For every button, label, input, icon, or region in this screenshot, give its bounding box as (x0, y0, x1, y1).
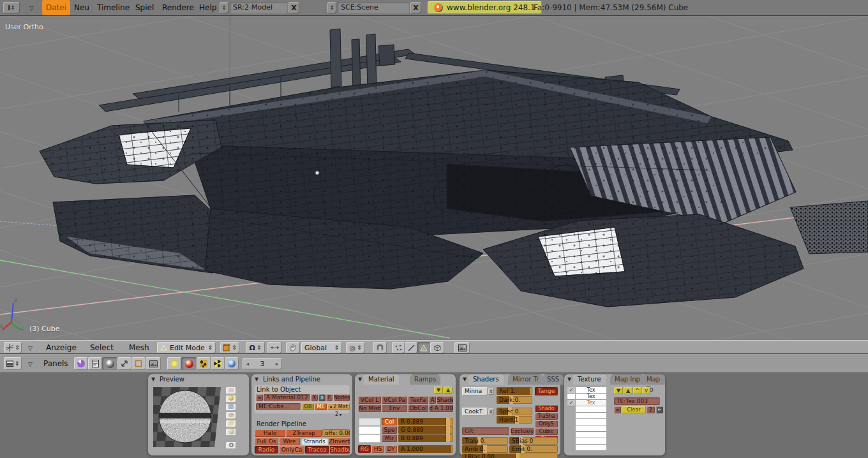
collapse-panel-icon[interactable]: ▼ (463, 376, 467, 382)
cursor-dot[interactable] (315, 171, 319, 175)
render-opengl-button[interactable] (454, 342, 470, 353)
texture-slot[interactable] (576, 406, 606, 413)
manipulator-rotate-button[interactable]: Ω⇕ (246, 342, 265, 353)
editing-context-button[interactable] (131, 357, 146, 370)
preview-hair-button[interactable] (226, 420, 236, 427)
tab-map-to[interactable]: Map To (642, 374, 665, 385)
group-field[interactable]: GR: (462, 427, 509, 435)
nodes-button[interactable]: Nodes (334, 394, 350, 401)
material-subcontext-button[interactable] (181, 357, 197, 370)
darkness-slider[interactable]: Dark:0. (497, 396, 532, 404)
onlycast-toggle[interactable]: OnlyCa (279, 446, 304, 454)
vertex-select-button[interactable] (392, 342, 405, 353)
vcol-light-toggle[interactable]: VCol L (358, 396, 381, 404)
model-wireframe[interactable] (40, 29, 868, 307)
right-arrow-icon[interactable]: ▸ (276, 361, 278, 367)
scene-name-field[interactable]: SCE:Scene (338, 2, 409, 13)
ztransp-toggle[interactable]: ZTransp (286, 429, 322, 437)
shadbuf-toggle[interactable]: Shadbu (330, 446, 350, 454)
manipulator-translate-button[interactable] (267, 342, 281, 353)
ambient-slider[interactable]: Amb 0. (462, 445, 508, 453)
texture-browse-button[interactable]: ≡ (614, 406, 621, 413)
menu-mesh[interactable]: Mesh (125, 341, 153, 355)
tab-texture[interactable]: Texture (573, 374, 606, 385)
fake-user-button[interactable]: F (326, 394, 333, 401)
emit-slider[interactable]: Emit 0. (509, 445, 558, 453)
scene-browse-button[interactable]: ⇕ (327, 2, 336, 13)
ref-slider[interactable]: Ref 1. (497, 387, 532, 395)
strands-button[interactable]: Strands (301, 438, 328, 445)
texture-use-check[interactable]: ✓ (567, 400, 575, 406)
occlude-geometry-button[interactable] (430, 342, 444, 353)
shading-context-button[interactable] (102, 357, 117, 370)
tab-shaders[interactable]: Shaders (468, 374, 504, 385)
clear-button[interactable]: Clear (622, 406, 646, 413)
translucency-slider[interactable]: Tralu 0. (462, 437, 508, 445)
zinvert-toggle[interactable]: ZInvert (329, 438, 350, 445)
tab-mirror-transp[interactable]: Mirror Tr (508, 374, 543, 385)
screen-name-field[interactable]: SR:2-Model (230, 2, 287, 13)
editor-type-button[interactable]: i⇕ (3, 2, 20, 13)
collapse-panel-icon[interactable]: ▼ (567, 376, 571, 382)
zoffs-field[interactable]: offs: 0.00 (322, 429, 350, 437)
shadow-bias-slider[interactable]: SBias 0 (509, 437, 558, 445)
screen-close-button[interactable]: X (288, 2, 299, 13)
texture-slot[interactable] (576, 419, 606, 425)
diffuse-shader-dropdown[interactable]: Minna (462, 387, 488, 395)
transp-shadow-toggle[interactable]: TraSha (535, 413, 558, 420)
only-shadow-toggle[interactable]: OnlyS (535, 420, 558, 427)
copy-texture-button[interactable]: ▼ (614, 387, 623, 394)
preview-sphere-button[interactable] (226, 395, 236, 403)
scene-close-button[interactable]: X (410, 2, 421, 13)
lamp-subcontext-button[interactable] (167, 357, 181, 370)
diffuse-color-swatch[interactable] (359, 418, 380, 426)
tangent-toggle[interactable]: Tange (535, 387, 558, 395)
hard-slider[interactable]: Hard:1 (497, 416, 532, 424)
paste-texture-button[interactable]: ▲ (624, 387, 632, 394)
material-name-field[interactable]: A:Material.012 (264, 394, 310, 401)
a-toggle[interactable]: A (429, 396, 436, 404)
orientation-dropdown[interactable]: Global⇕ (301, 342, 342, 353)
copy-material-button[interactable]: ▼ (434, 387, 443, 394)
texture-slot[interactable]: Tex (576, 394, 606, 400)
hsv-button[interactable]: HS (371, 445, 384, 453)
panels-menu[interactable]: Panels (40, 354, 72, 373)
frame-number-field[interactable]: ◂ 3 ▸ (243, 358, 282, 369)
texture-slot[interactable] (576, 445, 606, 451)
vcol-paint-toggle[interactable]: VCol Pa (382, 396, 407, 404)
collapse-menus-icon[interactable]: ▽ (28, 345, 33, 351)
spe-button[interactable]: Spe (382, 426, 397, 434)
rgb-button[interactable]: RG (358, 445, 371, 453)
lbias-slider[interactable]: LBias 0.00 (462, 454, 558, 458)
texture-name-field[interactable]: TE:Tex.003 (614, 397, 660, 405)
dyn-button[interactable]: DY (385, 445, 397, 453)
texture-subcontext-button[interactable] (197, 357, 211, 370)
preview-osa-button[interactable] (226, 442, 236, 449)
auto-name-button[interactable]: a (318, 394, 326, 401)
texture-slot[interactable] (576, 425, 606, 432)
preview-monkey-button[interactable] (226, 412, 236, 419)
edge-select-button[interactable] (405, 342, 417, 353)
radio-toggle[interactable]: Radio (255, 446, 278, 454)
collapse-menus-icon[interactable]: ▽ (28, 361, 33, 367)
material-delete-button[interactable]: X (311, 394, 318, 401)
exclusive-toggle[interactable]: Exclusiv (511, 427, 534, 435)
menu-neu[interactable]: Neu (70, 0, 93, 15)
logic-context-button[interactable] (74, 357, 88, 370)
preview-flat-button[interactable] (226, 387, 236, 394)
texture-slot[interactable] (576, 432, 606, 438)
obcol-toggle[interactable]: ObCol (408, 404, 428, 412)
mir-button[interactable]: Mir (382, 434, 397, 442)
pivot-button[interactable]: ◎⇕ (346, 342, 365, 353)
specular-shader-dropdown[interactable]: CookT (462, 408, 488, 416)
shadeless-toggle[interactable]: Shade (437, 396, 453, 404)
texture-slot-selected[interactable]: Tex (576, 400, 606, 406)
ob-button[interactable]: OB (302, 403, 314, 410)
auto-name-texture-button[interactable] (656, 406, 663, 413)
b-slider[interactable]: B 0.889 (398, 434, 453, 442)
texture-slot[interactable]: Tex (576, 387, 606, 394)
material-index-field[interactable]: ◂ 2 Mat 2 ▸ (327, 403, 350, 410)
tab-ramps[interactable]: Ramps (410, 374, 440, 385)
menu-help[interactable]: Help (195, 0, 220, 15)
texface-toggle[interactable]: TexFa (408, 396, 428, 404)
